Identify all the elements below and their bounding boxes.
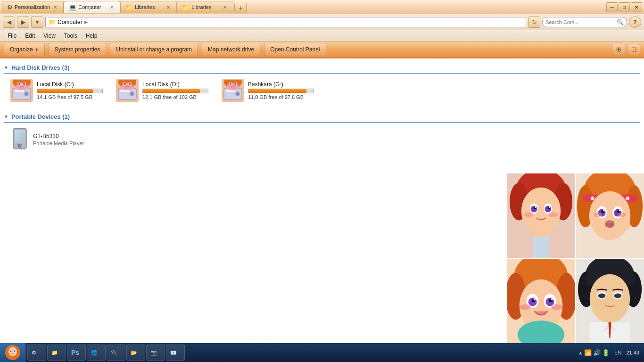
tab-close-computer[interactable]: ✕ bbox=[108, 4, 115, 10]
taskbar-item-photoshop[interactable]: Ps bbox=[67, 345, 86, 361]
tab-label: Computer bbox=[78, 4, 101, 10]
new-tab-button[interactable]: + bbox=[234, 3, 247, 13]
taskbar-item-camera[interactable]: 📷 bbox=[146, 345, 165, 361]
svg-point-58 bbox=[545, 206, 551, 213]
tab-close-libraries-2[interactable]: ✕ bbox=[222, 4, 228, 10]
svg-point-77 bbox=[589, 191, 631, 240]
refresh-button[interactable]: ↻ bbox=[528, 16, 540, 28]
svg-point-78 bbox=[597, 206, 607, 219]
drive-c-bar bbox=[37, 89, 103, 93]
minimize-button[interactable]: ─ bbox=[606, 2, 618, 12]
menu-tools[interactable]: Tools bbox=[60, 32, 81, 40]
taskbar-item-network[interactable]: 🔌 bbox=[107, 345, 125, 361]
taskbar-item-folder[interactable]: 📁 bbox=[47, 345, 66, 361]
menu-view[interactable]: View bbox=[40, 32, 59, 40]
taskbar-item-chrome[interactable]: 🌐 bbox=[87, 345, 106, 361]
drive-d-name: Local Disk (D:) bbox=[142, 81, 208, 88]
window-controls: ─ □ ✕ bbox=[606, 2, 642, 12]
map-network-button[interactable]: Map network drive bbox=[202, 43, 260, 56]
control-panel-button[interactable]: Open Control Panel bbox=[264, 43, 326, 56]
svg-point-60 bbox=[548, 207, 550, 209]
show-hidden-icon[interactable]: ▲ bbox=[578, 350, 583, 355]
svg-point-114 bbox=[598, 294, 606, 298]
tab-close-libraries-1[interactable]: ✕ bbox=[165, 4, 172, 10]
start-button[interactable] bbox=[0, 343, 25, 362]
main-window: ⚙ Personalization ✕ 💻 Computer ✕ 📁 Libra… bbox=[0, 0, 644, 343]
taskbar-icon-network: 🔌 bbox=[111, 350, 117, 356]
svg-rect-50 bbox=[507, 173, 575, 258]
taskbar-icon-camera: 📷 bbox=[150, 350, 157, 356]
system-properties-button[interactable]: System properties bbox=[49, 43, 107, 56]
forward-button[interactable]: ▶ bbox=[17, 16, 29, 28]
organize-button[interactable]: Organize ▼ bbox=[4, 43, 45, 56]
back-button[interactable]: ◀ bbox=[3, 16, 15, 28]
svg-point-95 bbox=[527, 294, 539, 308]
svg-point-85 bbox=[619, 210, 620, 212]
address-input[interactable]: 📁 Computer ▶ bbox=[45, 17, 526, 27]
svg-point-83 bbox=[617, 210, 620, 213]
svg-rect-32 bbox=[226, 90, 235, 92]
svg-point-4 bbox=[25, 93, 27, 95]
manga-cell-2 bbox=[576, 173, 644, 258]
svg-point-73 bbox=[601, 196, 603, 198]
svg-point-107 bbox=[586, 259, 634, 295]
search-icon[interactable]: 🔍 bbox=[617, 19, 624, 25]
hard-disk-drives-header[interactable]: ▼ Hard Disk Drives (3) bbox=[4, 62, 640, 74]
svg-point-25 bbox=[123, 84, 125, 85]
portable-devices-header[interactable]: ▼ Portable Devices (1) bbox=[4, 111, 640, 123]
svg-point-94 bbox=[520, 280, 562, 332]
drive-c-size: 14,1 GB free of 97,5 GB bbox=[37, 94, 103, 100]
svg-rect-47 bbox=[15, 130, 25, 143]
drive-d-size: 12,1 GB free of 102 GB bbox=[142, 94, 208, 100]
tab-close-personalization[interactable]: ✕ bbox=[52, 4, 58, 10]
svg-point-91 bbox=[514, 259, 568, 302]
dropdown-button[interactable]: ▼ bbox=[31, 16, 43, 28]
menu-edit[interactable]: Edit bbox=[21, 32, 39, 40]
battery-icon: 🔋 bbox=[602, 349, 610, 356]
svg-point-79 bbox=[612, 206, 623, 219]
svg-point-66 bbox=[532, 230, 551, 237]
volume-icon[interactable]: 🔊 bbox=[593, 349, 601, 356]
tab-libraries-2[interactable]: 📁 Libraries ✕ bbox=[177, 1, 233, 13]
taskbar-item-files[interactable]: 📂 bbox=[126, 345, 145, 361]
search-box[interactable]: 🔍 bbox=[542, 17, 627, 27]
svg-point-26 bbox=[130, 84, 132, 85]
svg-point-88 bbox=[594, 213, 602, 217]
svg-point-124 bbox=[14, 350, 16, 352]
drive-d[interactable]: Local Disk (D:) 12,1 GB free of 102 GB bbox=[114, 77, 210, 104]
portable-device-gt-b5330[interactable]: GT-B5330 Portable Media Player bbox=[8, 126, 640, 153]
tab-personalization[interactable]: ⚙ Personalization ✕ bbox=[2, 1, 64, 13]
drive-g-bar bbox=[248, 89, 314, 93]
folder-icon: 📁 bbox=[49, 19, 56, 25]
tab-computer[interactable]: 💻 Computer ✕ bbox=[64, 1, 120, 13]
view-pane-button[interactable]: ◫ bbox=[627, 44, 640, 55]
drive-d-icon bbox=[116, 79, 139, 102]
taskbar-clock[interactable]: 21:43 bbox=[626, 349, 639, 356]
view-toggle-button[interactable]: ⊞ bbox=[612, 44, 625, 55]
svg-point-70 bbox=[626, 185, 643, 228]
toolbar-right: ⊞ ◫ bbox=[612, 44, 640, 55]
menu-file[interactable]: File bbox=[4, 32, 20, 40]
help-button[interactable]: ? bbox=[629, 16, 641, 28]
taskbar-item-mail[interactable]: 📧 bbox=[166, 345, 185, 361]
close-button[interactable]: ✕ bbox=[631, 2, 642, 12]
taskbar-item-personalization[interactable]: ⚙ bbox=[27, 345, 46, 361]
drives-row: Local Disk (C:) 14,1 GB free of 97,5 GB bbox=[4, 77, 640, 104]
svg-rect-17 bbox=[120, 90, 130, 92]
svg-point-76 bbox=[626, 197, 629, 200]
start-orb[interactable] bbox=[5, 345, 20, 360]
svg-marker-117 bbox=[603, 322, 617, 331]
search-input[interactable] bbox=[545, 19, 615, 25]
organize-dropdown-arrow: ▼ bbox=[35, 48, 39, 52]
svg-point-123 bbox=[10, 350, 12, 352]
menu-help[interactable]: Help bbox=[82, 32, 101, 40]
svg-rect-110 bbox=[586, 273, 635, 285]
drive-g[interactable]: Bashkara (G:) 11,0 GB free of 97,6 GB bbox=[220, 77, 316, 104]
collapse-arrow: ▼ bbox=[4, 65, 8, 70]
uninstall-button[interactable]: Uninstall or change a program bbox=[110, 43, 198, 56]
tab-libraries-1[interactable]: 📁 Libraries ✕ bbox=[120, 1, 177, 13]
svg-point-54 bbox=[521, 188, 561, 234]
drive-c[interactable]: Local Disk (C:) 14,1 GB free of 97,5 GB bbox=[8, 77, 105, 104]
svg-point-102 bbox=[551, 299, 553, 301]
maximize-button[interactable]: □ bbox=[619, 2, 630, 12]
